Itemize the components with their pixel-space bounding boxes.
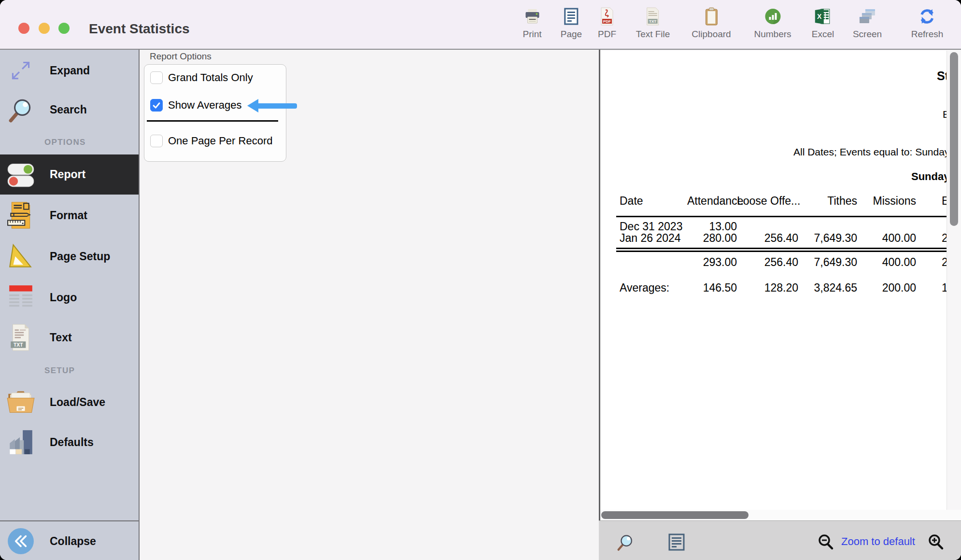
pointer-arrow-icon xyxy=(247,99,297,112)
report-group-heading-partial: Sunday xyxy=(911,170,947,183)
window-title: Event Statistics xyxy=(89,21,190,37)
report-filter-line: All Dates; Events equal to: Sunday M xyxy=(793,146,947,158)
sidebar-item-page-setup[interactable]: Page Setup xyxy=(0,236,139,277)
printer-icon xyxy=(523,7,541,26)
numbers-icon xyxy=(764,7,781,26)
logo-icon xyxy=(6,283,35,312)
checkbox-box[interactable] xyxy=(150,99,163,112)
sidebar-divider xyxy=(0,520,139,521)
text-file-icon: TXT xyxy=(645,7,661,26)
sidebar-section-setup: SETUP xyxy=(44,366,75,376)
sidebar-item-logo[interactable]: Logo xyxy=(0,277,139,318)
toolbar-page-button[interactable]: Page xyxy=(561,7,582,40)
report-subheading-partial: B xyxy=(943,109,947,120)
minimize-window-button[interactable] xyxy=(39,23,50,34)
zoom-window-button[interactable] xyxy=(58,23,70,34)
expand-icon xyxy=(6,56,35,85)
sidebar-item-format[interactable]: Format xyxy=(0,195,139,236)
titlebar: Event Statistics Print Page PDF PDF TXT … xyxy=(0,0,961,50)
preview-search-icon[interactable] xyxy=(616,532,635,554)
panel-separator xyxy=(147,120,278,122)
toolbar-textfile-button[interactable]: TXT Text File xyxy=(636,7,670,40)
zoom-to-default-link[interactable]: Zoom to default xyxy=(841,535,915,548)
table-totals-row: 293.00 256.40 7,649.30 400.00 2 xyxy=(600,256,947,269)
collapse-icon xyxy=(6,527,35,556)
zoom-out-icon[interactable] xyxy=(817,533,834,553)
checkbox-box[interactable] xyxy=(150,135,163,147)
page-setup-icon xyxy=(6,242,35,271)
toolbar-screen-button[interactable]: Screen xyxy=(853,7,882,40)
vertical-scrollbar[interactable] xyxy=(947,51,961,510)
svg-text:TXT: TXT xyxy=(14,342,23,348)
table-header-row: Date Attendance Loose Offe... Tithes Mis… xyxy=(600,195,947,208)
check-icon xyxy=(151,100,162,111)
checkbox-show-averages[interactable]: Show Averages xyxy=(150,99,241,112)
sidebar-collapse-button[interactable]: Collapse xyxy=(0,522,139,560)
format-icon xyxy=(6,201,35,230)
toolbar-pdf-button[interactable]: PDF PDF xyxy=(598,7,616,40)
totals-rule-bottom xyxy=(616,251,947,252)
horizontal-scrollbar-thumb[interactable] xyxy=(601,511,749,519)
toolbar-refresh-button[interactable]: Refresh xyxy=(911,7,944,40)
header-rule xyxy=(616,216,947,217)
report-toggles-icon xyxy=(6,160,35,189)
table-row: Dec 31 2023 13.00 xyxy=(600,220,947,233)
report-heading-partial: St xyxy=(937,69,947,83)
zoom-in-icon[interactable] xyxy=(927,533,945,553)
sidebar-item-expand[interactable]: Expand xyxy=(0,50,139,91)
factory-icon xyxy=(6,428,35,457)
report-preview-panel: St B All Dates; Events equal to: Sunday … xyxy=(599,50,961,560)
refresh-icon xyxy=(918,7,936,26)
pdf-icon: PDF xyxy=(599,7,615,26)
horizontal-scrollbar[interactable] xyxy=(600,510,961,520)
toolbar-print-button[interactable]: Print xyxy=(523,7,541,40)
report-options-title: Report Options xyxy=(150,51,212,62)
toolbar-numbers-button[interactable]: Numbers xyxy=(754,7,791,40)
vertical-scrollbar-thumb[interactable] xyxy=(950,52,958,226)
sidebar-item-defaults[interactable]: Defaults xyxy=(0,422,139,462)
totals-rule-top xyxy=(616,248,947,249)
clipboard-icon xyxy=(705,7,718,26)
close-window-button[interactable] xyxy=(18,23,29,34)
sidebar-section-options: OPTIONS xyxy=(44,138,86,147)
svg-text:PDF: PDF xyxy=(603,19,611,24)
report-options-panel: Grand Totals Only Show Averages One Page… xyxy=(144,64,286,162)
sidebar-item-report[interactable]: Report xyxy=(0,154,139,195)
svg-text:X: X xyxy=(817,13,822,20)
checkbox-box[interactable] xyxy=(150,71,163,84)
svg-text:TXT: TXT xyxy=(649,19,656,24)
sidebar-item-load-save[interactable]: Load/Save xyxy=(0,382,139,422)
app-window: Event Statistics Print Page PDF PDF TXT … xyxy=(0,0,961,560)
checkbox-grand-totals-only[interactable]: Grand Totals Only xyxy=(150,71,253,84)
sidebar-item-text[interactable]: TXT Text xyxy=(0,317,139,358)
page-icon xyxy=(564,7,579,26)
folder-icon xyxy=(6,388,35,417)
excel-icon: X xyxy=(814,7,832,26)
toolbar-excel-button[interactable]: X Excel xyxy=(812,7,834,40)
sidebar: Expand Search OPTIONS Report Format xyxy=(0,50,140,560)
checkbox-one-page-per-record[interactable]: One Page Per Record xyxy=(150,135,272,147)
toolbar-clipboard-button[interactable]: Clipboard xyxy=(692,7,731,40)
screen-icon xyxy=(859,7,876,26)
report-page: St B All Dates; Events equal to: Sunday … xyxy=(600,51,947,510)
sidebar-item-search[interactable]: Search xyxy=(0,89,139,130)
table-averages-row: Averages: 146.50 128.20 3,824.65 200.00 … xyxy=(600,281,947,294)
search-icon xyxy=(6,95,35,124)
preview-document-icon[interactable] xyxy=(668,533,685,553)
table-row: Jan 26 2024 280.00 256.40 7,649.30 400.0… xyxy=(600,232,947,245)
preview-bottom-toolbar: Zoom to default xyxy=(599,520,961,560)
text-doc-icon: TXT xyxy=(6,323,35,352)
